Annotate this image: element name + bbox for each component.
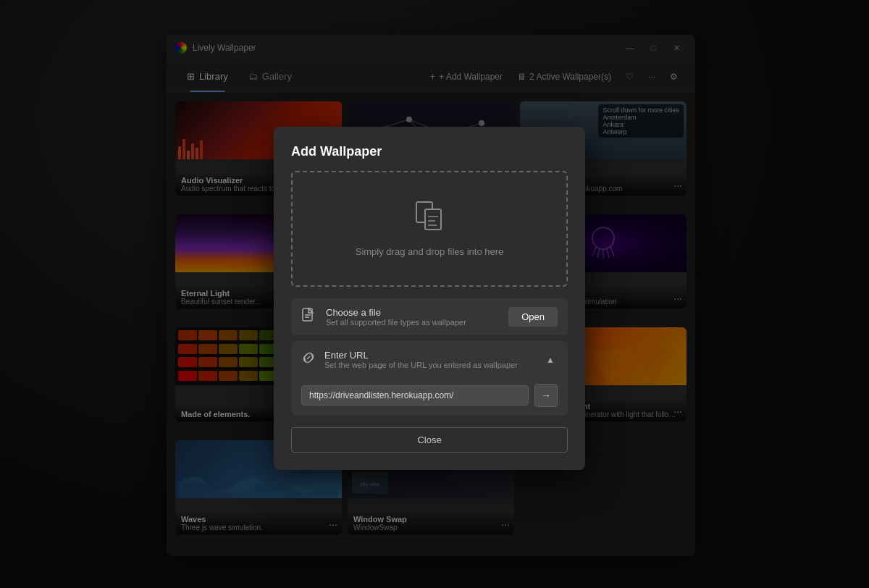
drop-text: Simply drag and drop files into here: [356, 246, 504, 257]
url-input-row: →: [291, 378, 568, 416]
close-dialog-button[interactable]: Close: [291, 427, 568, 453]
choose-file-label: Choose a file: [326, 307, 500, 318]
choose-file-section: Choose a file Set all supported file typ…: [291, 298, 568, 335]
open-file-button[interactable]: Open: [508, 307, 558, 327]
url-sublabel: Set the web page of the URL you entered …: [324, 361, 534, 369]
file-info: Choose a file Set all supported file typ…: [326, 307, 500, 327]
url-label: Enter URL: [324, 350, 534, 361]
url-info: Enter URL Set the web page of the URL yo…: [324, 350, 534, 369]
drop-icon: [415, 201, 444, 239]
add-wallpaper-dialog: Add Wallpaper Simply drag and drop files…: [274, 127, 585, 470]
svg-rect-36: [425, 209, 441, 230]
drop-zone[interactable]: Simply drag and drop files into here: [291, 171, 568, 287]
url-header: Enter URL Set the web page of the URL yo…: [291, 341, 568, 378]
dialog-title: Add Wallpaper: [291, 144, 568, 159]
url-chevron-button[interactable]: ▲: [543, 352, 558, 368]
url-go-button[interactable]: →: [534, 384, 558, 407]
file-icon: [301, 307, 317, 327]
url-input[interactable]: [301, 385, 529, 406]
choose-file-sub: Set all supported file types as wallpape…: [326, 318, 500, 327]
url-section: Enter URL Set the web page of the URL yo…: [291, 341, 568, 416]
link-icon: [301, 350, 316, 369]
